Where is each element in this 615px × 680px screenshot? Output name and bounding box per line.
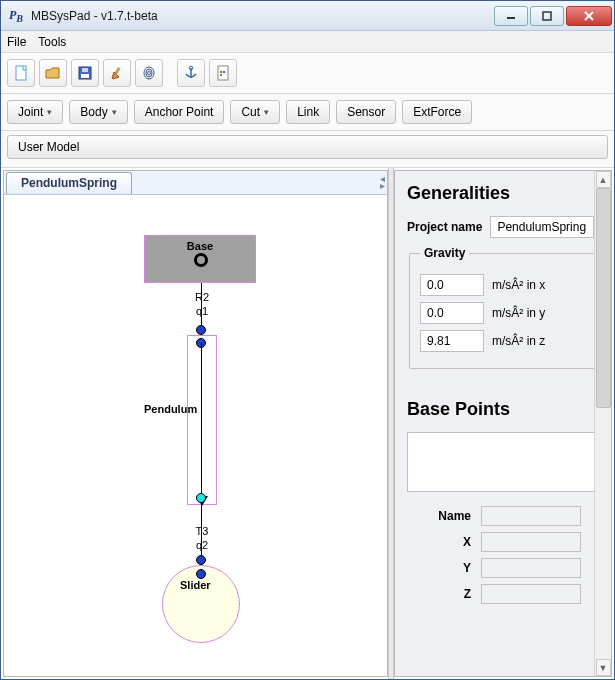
user-model-button[interactable]: User Model	[7, 135, 608, 159]
window-title: MBSysPad - v1.7.t-beta	[31, 9, 492, 23]
chevron-down-icon: ▾	[47, 107, 52, 117]
joint2-name: T3	[182, 525, 222, 537]
svg-rect-4	[16, 66, 26, 80]
maximize-button[interactable]	[530, 6, 564, 26]
diagram-canvas[interactable]: Base R2 q1 Pendulum T3 q2 Slider	[4, 195, 387, 676]
element-toolbar: Joint▾ Body▾ Anchor Point Cut▾ Link Sens…	[1, 94, 614, 131]
chevron-down-icon: ▾	[112, 107, 117, 117]
extforce-button[interactable]: ExtForce	[402, 100, 472, 124]
sensor-button[interactable]: Sensor	[336, 100, 396, 124]
gravity-group: Gravity m/sÂ² in x m/sÂ² in y m/sÂ² in z	[409, 246, 597, 369]
open-file-button[interactable]	[39, 59, 67, 87]
minimize-button[interactable]	[494, 6, 528, 26]
gravity-z-unit: m/sÂ² in z	[492, 334, 545, 348]
generalities-heading: Generalities	[407, 183, 599, 204]
tab-scroll-arrows[interactable]: ◂▸	[380, 175, 385, 189]
export-button[interactable]	[209, 59, 237, 87]
pendulum-body[interactable]	[187, 335, 217, 505]
title-bar[interactable]: PB MBSysPad - v1.7.t-beta	[1, 1, 614, 31]
bp-x-input[interactable]	[481, 532, 581, 552]
app-icon: PB	[9, 8, 25, 24]
base-anchor-icon[interactable]	[194, 253, 208, 267]
icon-toolbar	[1, 53, 614, 94]
anchor-point-button[interactable]: Anchor Point	[134, 100, 225, 124]
pendulum-label: Pendulum	[144, 403, 197, 415]
bp-x-label: X	[431, 535, 471, 549]
content-area: PendulumSpring ◂▸ Base R2 q1 Pendulum T3…	[1, 168, 614, 679]
menu-file[interactable]: File	[7, 35, 26, 49]
close-button[interactable]	[566, 6, 612, 26]
pendulum-end-point[interactable]	[196, 493, 206, 503]
svg-rect-7	[82, 68, 88, 72]
new-file-button[interactable]	[7, 59, 35, 87]
body-button[interactable]: Body▾	[69, 100, 127, 124]
element-toolbar-2: User Model	[1, 131, 614, 168]
canvas-panel: PendulumSpring ◂▸ Base R2 q1 Pendulum T3…	[3, 170, 388, 677]
gravity-x-input[interactable]	[420, 274, 484, 296]
pendulum-axis-line	[201, 343, 202, 498]
svg-rect-8	[115, 67, 121, 75]
gravity-x-unit: m/sÂ² in x	[492, 278, 545, 292]
properties-panel: Generalities Project name Gravity m/sÂ² …	[394, 170, 612, 677]
scroll-up-button[interactable]: ▲	[596, 171, 611, 188]
joint-button[interactable]: Joint▾	[7, 100, 63, 124]
joint2-coord: q2	[182, 539, 222, 551]
svg-rect-17	[220, 74, 222, 76]
bp-name-input[interactable]	[481, 506, 581, 526]
anchor-tool-button[interactable]	[177, 59, 205, 87]
app-window: PB MBSysPad - v1.7.t-beta File Tools	[0, 0, 615, 680]
bp-z-label: Z	[431, 587, 471, 601]
svg-rect-1	[543, 12, 551, 20]
link-button[interactable]: Link	[286, 100, 330, 124]
tab-pendulumspring[interactable]: PendulumSpring	[6, 172, 132, 194]
joint2-dot[interactable]	[196, 555, 206, 565]
svg-rect-15	[220, 71, 222, 73]
project-name-input[interactable]	[490, 216, 594, 238]
svg-point-10	[146, 69, 152, 77]
base-points-heading: Base Points	[407, 399, 599, 420]
tab-strip: PendulumSpring ◂▸	[4, 171, 387, 195]
svg-rect-16	[223, 71, 225, 73]
window-buttons	[492, 6, 612, 26]
scroll-down-button[interactable]: ▼	[596, 659, 611, 676]
gravity-z-input[interactable]	[420, 330, 484, 352]
gravity-y-unit: m/sÂ² in y	[492, 306, 545, 320]
save-file-button[interactable]	[71, 59, 99, 87]
gravity-y-input[interactable]	[420, 302, 484, 324]
project-name-label: Project name	[407, 220, 482, 234]
joint1-name: R2	[182, 291, 222, 303]
joint1-dot[interactable]	[196, 325, 206, 335]
slider-point[interactable]	[196, 569, 206, 579]
properties-scrollbar[interactable]: ▲ ▼	[594, 171, 611, 676]
scroll-track[interactable]	[596, 188, 611, 659]
edit-model-button[interactable]	[103, 59, 131, 87]
fingerprint-button[interactable]	[135, 59, 163, 87]
scroll-thumb[interactable]	[596, 188, 611, 408]
menu-bar: File Tools	[1, 31, 614, 53]
svg-rect-6	[81, 74, 89, 78]
chevron-down-icon: ▾	[264, 107, 269, 117]
svg-point-11	[148, 71, 151, 75]
base-points-list[interactable]	[407, 432, 599, 492]
gravity-legend: Gravity	[420, 246, 469, 260]
slider-label: Slider	[180, 579, 211, 591]
cut-button[interactable]: Cut▾	[230, 100, 280, 124]
bp-y-label: Y	[431, 561, 471, 575]
bp-name-label: Name	[431, 509, 471, 523]
bp-y-input[interactable]	[481, 558, 581, 578]
menu-tools[interactable]: Tools	[38, 35, 66, 49]
bp-z-input[interactable]	[481, 584, 581, 604]
joint1-coord: q1	[182, 305, 222, 317]
